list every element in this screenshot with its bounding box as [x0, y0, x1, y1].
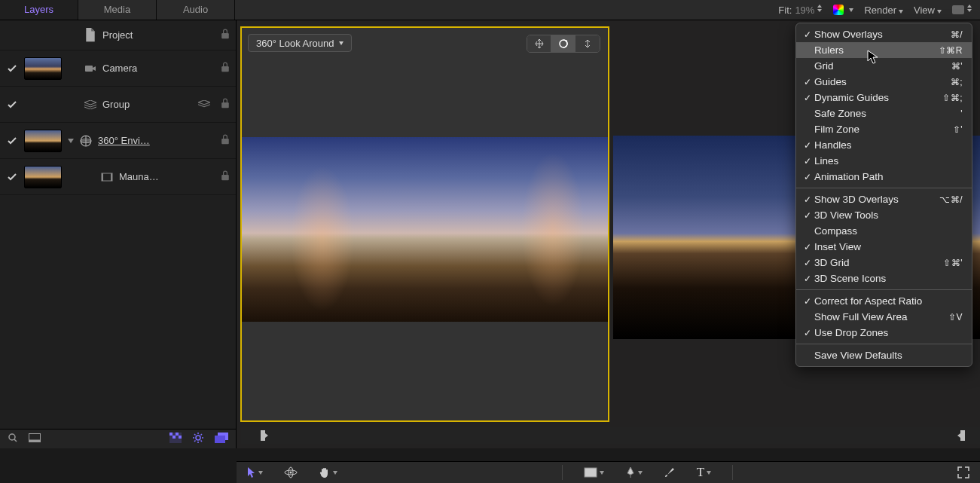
menu-compass[interactable]: Compass	[796, 223, 972, 239]
render-menu[interactable]: Render	[864, 5, 903, 16]
viewer-image	[242, 137, 608, 322]
view-mode-label: 360° Look Around	[256, 38, 334, 49]
visibility-checkbox[interactable]	[6, 63, 18, 75]
render-label: Render	[864, 5, 896, 16]
menu-guides[interactable]: ✓Guides⌘;	[796, 74, 972, 90]
filmstrip-icon	[101, 172, 113, 182]
layer-mauna[interactable]: Mauna…	[0, 159, 236, 195]
orbit-tool[interactable]	[551, 35, 575, 52]
layer-label: Mauna…	[119, 171, 215, 182]
svg-rect-13	[29, 440, 41, 442]
chevron-down-icon	[600, 471, 604, 475]
tab-media[interactable]: Media	[78, 0, 157, 20]
3d-transform-tool[interactable]	[284, 466, 298, 478]
view-dropdown-menu: ✓Show Overlays⌘/ Rulers⇧⌘R Grid⌘' ✓Guide…	[795, 23, 972, 367]
hand-tool[interactable]	[319, 466, 337, 478]
color-channel-menu[interactable]	[833, 5, 853, 15]
view-menu[interactable]: View	[914, 5, 942, 16]
layer-thumbnail	[24, 130, 62, 152]
layout-menu[interactable]	[952, 5, 972, 15]
svg-point-25	[290, 472, 292, 474]
expand-icon[interactable]	[957, 466, 969, 478]
svg-rect-21	[215, 436, 225, 443]
lock-icon[interactable]	[221, 134, 230, 147]
pan-tool[interactable]	[527, 35, 551, 52]
svg-rect-16	[176, 433, 179, 436]
lock-icon[interactable]	[221, 170, 230, 183]
menu-3d-grid[interactable]: ✓3D Grid⇧⌘'	[796, 255, 972, 271]
menu-drop-zones[interactable]: ✓Use Drop Zones	[796, 325, 972, 341]
menu-correct-aspect[interactable]: ✓Correct for Aspect Ratio	[796, 293, 972, 309]
panel-icon[interactable]	[29, 433, 41, 445]
text-tool[interactable]: T	[697, 465, 711, 480]
tab-layers[interactable]: Layers	[0, 0, 78, 20]
lock-icon[interactable]	[221, 98, 230, 111]
fit-stepper[interactable]	[817, 5, 823, 15]
gear-icon[interactable]	[192, 432, 204, 446]
menu-dynamic-guides[interactable]: ✓Dynamic Guides⇧⌘;	[796, 90, 972, 105]
dolly-tool[interactable]	[575, 35, 600, 52]
layer-camera[interactable]: Camera	[0, 50, 236, 87]
lock-icon[interactable]	[221, 62, 230, 75]
svg-rect-8	[102, 173, 103, 181]
fit-value: 19%	[795, 5, 814, 16]
in-marker-icon[interactable]	[261, 430, 268, 441]
svg-rect-3	[221, 102, 229, 108]
out-marker-icon[interactable]	[957, 430, 965, 441]
layer-thumbnail	[24, 166, 62, 188]
svg-rect-2	[221, 66, 229, 72]
layer-project[interactable]: Project	[0, 20, 236, 50]
layer-label: Camera	[102, 63, 215, 74]
shape-tool[interactable]	[584, 467, 604, 478]
menu-inset-view[interactable]: ✓Inset View	[796, 239, 972, 255]
menu-rulers[interactable]: Rulers⇧⌘R	[796, 42, 972, 58]
timeline-ruler[interactable]	[241, 427, 980, 444]
svg-rect-15	[169, 433, 172, 436]
menu-show-overlays[interactable]: ✓Show Overlays⌘/	[796, 26, 972, 42]
fit-control[interactable]: Fit: 19%	[778, 5, 823, 16]
select-tool[interactable]	[247, 466, 263, 478]
visibility-checkbox[interactable]	[6, 135, 18, 147]
chevron-down-icon	[849, 8, 853, 12]
brush-tool[interactable]	[664, 466, 676, 478]
tool-strip: T	[237, 461, 980, 483]
layer-360-environment[interactable]: 360° Envi…	[0, 123, 236, 159]
tab-audio[interactable]: Audio	[157, 0, 235, 20]
checker-icon[interactable]	[169, 433, 182, 445]
stack-small-icon[interactable]	[198, 99, 210, 110]
menu-animation-path[interactable]: ✓Animation Path	[796, 169, 972, 185]
menu-safe-zones[interactable]: Safe Zones'	[796, 105, 972, 121]
stacks-icon[interactable]	[215, 433, 228, 445]
active-viewer[interactable]: 360° Look Around	[240, 26, 609, 422]
svg-rect-18	[179, 436, 182, 439]
menu-show-3d-overlays[interactable]: ✓Show 3D Overlays⌥⌘/	[796, 191, 972, 207]
menu-film-zone[interactable]: Film Zone⇧'	[796, 121, 972, 137]
menu-lines[interactable]: ✓Lines	[796, 153, 972, 169]
svg-rect-26	[585, 468, 597, 477]
pen-tool[interactable]	[625, 466, 643, 478]
fit-label: Fit:	[778, 5, 792, 16]
menu-grid[interactable]: Grid⌘'	[796, 58, 972, 74]
svg-point-11	[9, 434, 15, 440]
search-icon[interactable]	[8, 433, 18, 445]
menu-handles[interactable]: ✓Handles	[796, 137, 972, 153]
menu-save-view-defaults[interactable]: Save View Defaults	[796, 347, 972, 363]
menu-3d-scene-icons[interactable]: ✓3D Scene Icons	[796, 271, 972, 286]
svg-rect-10	[221, 175, 229, 180]
visibility-checkbox[interactable]	[6, 99, 18, 111]
layer-group[interactable]: Group	[0, 87, 236, 123]
layout-stepper[interactable]	[967, 5, 972, 15]
menu-separator	[796, 188, 972, 188]
visibility-checkbox[interactable]	[6, 171, 18, 183]
chevron-down-icon	[707, 471, 711, 475]
layer-label: Group	[102, 99, 192, 110]
menu-3d-view-tools[interactable]: ✓3D View Tools	[796, 207, 972, 223]
camera-icon	[84, 63, 96, 74]
menu-separator	[796, 289, 972, 290]
menu-full-view-area[interactable]: Show Full View Area⇧V	[796, 309, 972, 325]
view-mode-menu[interactable]: 360° Look Around	[248, 34, 352, 52]
lock-icon[interactable]	[221, 29, 230, 41]
disclosure-triangle-icon[interactable]	[68, 139, 74, 143]
document-icon	[84, 30, 96, 41]
svg-rect-0	[221, 33, 229, 38]
